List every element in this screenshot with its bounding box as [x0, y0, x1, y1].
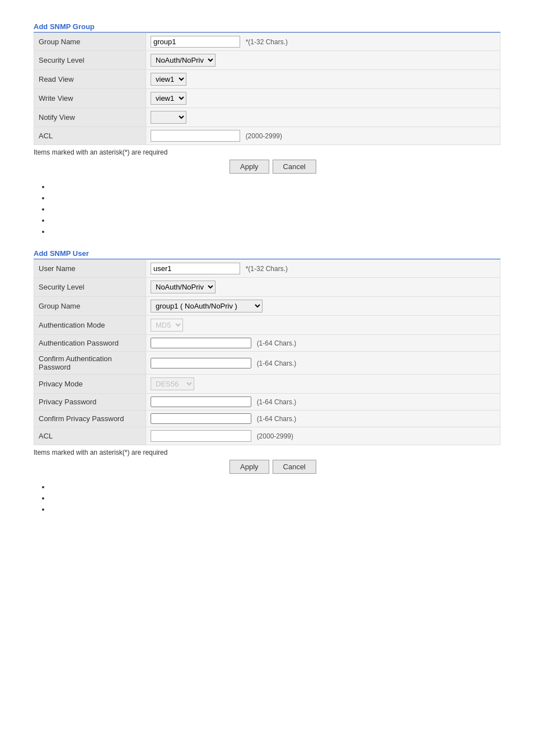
user-name-row: User Name *(1-32 Chars.): [34, 260, 500, 278]
auth-mode-cell: MD5 SHA: [146, 316, 500, 335]
read-view-row: Read View view1 view2: [34, 70, 500, 89]
privacy-mode-cell: DES56 AES128: [146, 375, 500, 394]
write-view-label: Write View: [34, 89, 146, 108]
auth-mode-row: Authentication Mode MD5 SHA: [34, 316, 500, 335]
confirm-privacy-password-hint: (1-64 Chars.): [257, 415, 297, 423]
user-security-level-select[interactable]: NoAuth/NoPriv Auth/NoPriv Auth/Priv: [151, 281, 216, 293]
user-acl-input[interactable]: [151, 430, 251, 442]
notify-view-cell: view1 view2: [146, 108, 500, 127]
privacy-password-input[interactable]: [151, 396, 251, 407]
snmp-user-apply-button[interactable]: Apply: [229, 460, 269, 474]
user-group-name-cell: group1 ( NoAuth/NoPriv ) group2: [146, 297, 500, 316]
user-group-name-select[interactable]: group1 ( NoAuth/NoPriv ) group2: [151, 300, 263, 312]
bullet-item: [50, 205, 500, 213]
security-level-row: Security Level NoAuth/NoPriv Auth/NoPriv…: [34, 51, 500, 70]
bullet-item: [50, 183, 500, 191]
auth-password-cell: (1-64 Chars.): [146, 335, 500, 352]
write-view-select[interactable]: view1 view2: [151, 92, 186, 105]
confirm-privacy-password-label: Confirm Privacy Password: [34, 410, 146, 427]
acl-row: ACL (2000-2999): [34, 127, 500, 145]
notify-view-row: Notify View view1 view2: [34, 108, 500, 127]
snmp-user-buttons: Apply Cancel: [34, 460, 500, 474]
group-name-input[interactable]: [151, 36, 240, 48]
bullet-item: [50, 494, 500, 502]
confirm-auth-password-row: Confirm Authentication Password (1-64 Ch…: [34, 352, 500, 375]
confirm-privacy-password-cell: (1-64 Chars.): [146, 410, 500, 427]
confirm-auth-password-hint: (1-64 Chars.): [257, 360, 297, 367]
read-view-cell: view1 view2: [146, 70, 500, 89]
user-acl-cell: (2000-2999): [146, 427, 500, 445]
user-acl-row: ACL (2000-2999): [34, 427, 500, 445]
privacy-password-label: Privacy Password: [34, 394, 146, 410]
auth-password-hint: (1-64 Chars.): [257, 339, 297, 347]
auth-mode-label: Authentication Mode: [34, 316, 146, 335]
user-security-level-cell: NoAuth/NoPriv Auth/NoPriv Auth/Priv: [146, 278, 500, 297]
confirm-privacy-password-row: Confirm Privacy Password (1-64 Chars.): [34, 410, 500, 427]
privacy-password-cell: (1-64 Chars.): [146, 394, 500, 410]
auth-password-label: Authentication Password: [34, 335, 146, 352]
user-name-cell: *(1-32 Chars.): [146, 260, 500, 278]
snmp-group-title: Add SNMP Group: [34, 22, 500, 32]
group-name-cell: *(1-32 Chars.): [146, 33, 500, 51]
acl-label: ACL: [34, 127, 146, 145]
snmp-user-cancel-button[interactable]: Cancel: [273, 460, 316, 474]
user-acl-label: ACL: [34, 427, 146, 445]
snmp-group-buttons: Apply Cancel: [34, 160, 500, 174]
group-name-row: Group Name *(1-32 Chars.): [34, 33, 500, 51]
user-acl-hint: (2000-2999): [257, 432, 293, 440]
required-note-group: Items marked with an asterisk(*) are req…: [34, 148, 500, 156]
read-view-select[interactable]: view1 view2: [151, 73, 186, 86]
snmp-user-form: User Name *(1-32 Chars.) Security Level …: [34, 259, 500, 445]
bullet-item: [50, 194, 500, 202]
group-name-label: Group Name: [34, 33, 146, 51]
read-view-label: Read View: [34, 70, 146, 89]
user-group-name-row: Group Name group1 ( NoAuth/NoPriv ) grou…: [34, 297, 500, 316]
snmp-group-bullets: [34, 183, 500, 236]
confirm-auth-password-label: Confirm Authentication Password: [34, 352, 146, 375]
auth-password-row: Authentication Password (1-64 Chars.): [34, 335, 500, 352]
required-note-user: Items marked with an asterisk(*) are req…: [34, 449, 500, 456]
bullet-item: [50, 483, 500, 491]
bullet-item: [50, 227, 500, 236]
privacy-mode-row: Privacy Mode DES56 AES128: [34, 375, 500, 394]
user-name-label: User Name: [34, 260, 146, 278]
snmp-user-section: Add SNMP User User Name *(1-32 Chars.) S…: [34, 249, 500, 514]
notify-view-label: Notify View: [34, 108, 146, 127]
security-level-label: Security Level: [34, 51, 146, 70]
snmp-group-form: Group Name *(1-32 Chars.) Security Level…: [34, 32, 500, 145]
user-name-input[interactable]: [151, 263, 240, 274]
group-name-hint: *(1-32 Chars.): [246, 38, 288, 46]
user-name-hint: *(1-32 Chars.): [246, 265, 288, 273]
snmp-group-apply-button[interactable]: Apply: [229, 160, 269, 174]
privacy-password-row: Privacy Password (1-64 Chars.): [34, 394, 500, 410]
privacy-password-hint: (1-64 Chars.): [257, 398, 297, 406]
bullet-item: [50, 505, 500, 514]
confirm-auth-password-cell: (1-64 Chars.): [146, 352, 500, 375]
acl-cell: (2000-2999): [146, 127, 500, 145]
confirm-auth-password-input[interactable]: [151, 358, 251, 368]
snmp-group-cancel-button[interactable]: Cancel: [273, 160, 316, 174]
user-group-name-label: Group Name: [34, 297, 146, 316]
privacy-mode-label: Privacy Mode: [34, 375, 146, 394]
user-security-level-label: Security Level: [34, 278, 146, 297]
snmp-user-bullets: [34, 483, 500, 514]
privacy-mode-select[interactable]: DES56 AES128: [151, 377, 194, 390]
auth-mode-select[interactable]: MD5 SHA: [151, 319, 183, 332]
security-level-cell: NoAuth/NoPriv Auth/NoPriv Auth/Priv: [146, 51, 500, 70]
snmp-user-title: Add SNMP User: [34, 249, 500, 259]
notify-view-select[interactable]: view1 view2: [151, 111, 186, 124]
bullet-item: [50, 216, 500, 225]
security-level-select[interactable]: NoAuth/NoPriv Auth/NoPriv Auth/Priv: [151, 54, 216, 67]
write-view-row: Write View view1 view2: [34, 89, 500, 108]
auth-password-input[interactable]: [151, 338, 251, 348]
snmp-group-section: Add SNMP Group Group Name *(1-32 Chars.)…: [34, 22, 500, 236]
confirm-privacy-password-input[interactable]: [151, 413, 251, 424]
user-security-level-row: Security Level NoAuth/NoPriv Auth/NoPriv…: [34, 278, 500, 297]
acl-hint: (2000-2999): [246, 132, 282, 140]
write-view-cell: view1 view2: [146, 89, 500, 108]
acl-input[interactable]: [151, 130, 240, 142]
